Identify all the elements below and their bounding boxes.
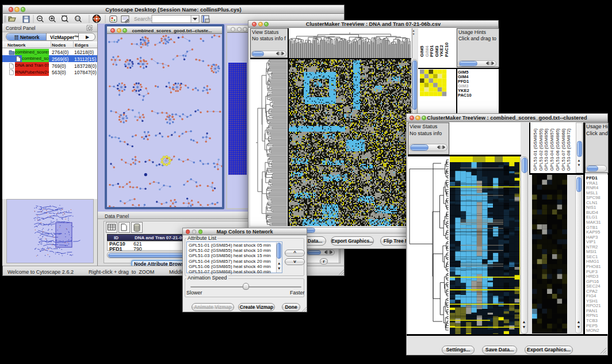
svg-text:Search:: Search:	[134, 16, 152, 22]
svg-text:1:1: 1:1	[76, 17, 80, 20]
